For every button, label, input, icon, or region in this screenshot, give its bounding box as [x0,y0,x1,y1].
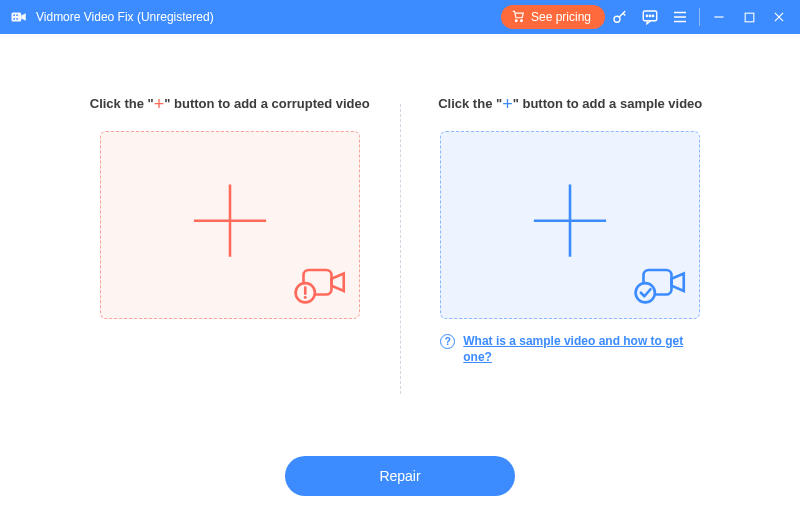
menu-icon[interactable] [665,0,695,34]
plus-icon: + [502,94,513,114]
main-area: Click the "+" button to add a corrupted … [0,34,800,520]
corrupted-instruction: Click the "+" button to add a corrupted … [90,94,370,115]
sample-instruction: Click the "+" button to add a sample vid… [438,94,702,115]
sample-video-panel: Click the "+" button to add a sample vid… [401,94,741,394]
svg-rect-0 [12,13,22,22]
svg-point-6 [521,19,523,21]
svg-point-11 [652,15,653,16]
svg-point-3 [13,18,15,20]
minimize-button[interactable] [704,0,734,34]
svg-rect-16 [745,13,754,22]
svg-point-7 [614,16,620,22]
see-pricing-label: See pricing [531,10,591,24]
titlebar: Vidmore Video Fix (Unregistered) See pri… [0,0,800,34]
sample-help-link[interactable]: What is a sample video and how to get on… [463,333,700,365]
svg-point-1 [13,14,15,16]
add-corrupted-video-dropzone[interactable] [100,131,360,319]
svg-point-10 [649,15,650,16]
plus-icon [187,178,273,264]
feedback-icon[interactable] [635,0,665,34]
sample-instr-post: " button to add a sample video [513,96,703,111]
add-sample-video-dropzone[interactable] [440,131,700,319]
key-icon[interactable] [605,0,635,34]
svg-point-5 [515,19,517,21]
corrupted-instr-post: " button to add a corrupted video [164,96,370,111]
help-icon: ? [440,334,455,349]
plus-icon: + [154,94,165,114]
close-button[interactable] [764,0,794,34]
titlebar-divider [699,8,700,26]
cart-icon [511,9,525,26]
svg-point-9 [646,15,647,16]
sample-help-row: ? What is a sample video and how to get … [440,333,700,365]
corrupted-video-icon [293,262,349,310]
app-title: Vidmore Video Fix (Unregistered) [36,10,214,24]
app-logo-icon [10,8,28,26]
corrupted-video-panel: Click the "+" button to add a corrupted … [60,94,400,394]
see-pricing-button[interactable]: See pricing [501,5,605,29]
plus-icon [527,178,613,264]
repair-button-label: Repair [379,468,420,484]
svg-point-4 [16,18,18,20]
sample-video-icon [633,262,689,310]
svg-point-2 [16,14,18,16]
maximize-button[interactable] [734,0,764,34]
repair-button[interactable]: Repair [285,456,515,496]
svg-point-28 [636,283,655,302]
svg-point-24 [304,296,307,299]
corrupted-instr-pre: Click the " [90,96,154,111]
sample-instr-pre: Click the " [438,96,502,111]
